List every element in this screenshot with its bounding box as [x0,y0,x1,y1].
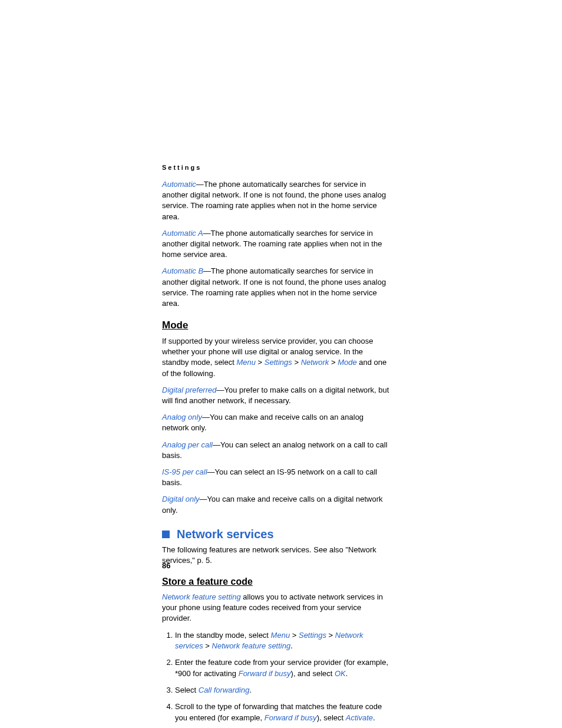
separator: > [292,358,301,367]
menu-link[interactable]: Menu [271,631,290,640]
settings-link[interactable]: Settings [299,631,326,640]
step-4: Scroll to the type of forwarding that ma… [175,701,391,724]
activate-link[interactable]: Activate [346,713,373,722]
text: . [346,669,348,678]
term-link[interactable]: Digital only [162,495,200,503]
paragraph-digital-only: Digital only—You can make and receive ca… [162,494,391,515]
separator: > [203,641,212,650]
square-bullet-icon [162,531,170,538]
term-link[interactable]: Automatic A [162,229,203,238]
text: . [249,686,252,694]
term-link[interactable]: IS-95 per call [162,467,207,476]
separator: > [290,631,299,640]
heading-mode: Mode [162,319,391,331]
ok-link[interactable]: OK [335,669,346,678]
heading-network-services: Network services [162,528,391,541]
paragraph-automatic-b: Automatic B—The phone automatically sear… [162,266,391,309]
paragraph-analog-only: Analog only—You can make and receive cal… [162,412,391,433]
document-page: Settings Automatic—The phone automatical… [0,0,562,728]
steps-list: In the standby mode, select Menu > Setti… [162,630,391,724]
separator: > [326,631,335,640]
network-link[interactable]: Network [301,358,329,367]
text: . [290,641,293,650]
mode-link[interactable]: Mode [338,358,357,367]
sfc-intro: Network feature setting allows you to ac… [162,592,391,624]
text: . [373,713,375,722]
heading-text: Network services [177,528,274,541]
text: In the standby mode, select [175,631,271,640]
text: ), and select [291,669,335,678]
forward-if-busy-link[interactable]: Forward if busy [265,713,317,722]
settings-link[interactable]: Settings [265,358,292,367]
forward-if-busy-link[interactable]: Forward if busy [239,669,291,678]
paragraph-digital-preferred: Digital preferred—You prefer to make cal… [162,385,391,406]
term-link[interactable]: Analog per call [162,440,213,449]
separator: > [329,358,338,367]
nfs-link[interactable]: Network feature setting [212,641,291,650]
paragraph-text: —The phone automatically searches for se… [162,180,386,221]
paragraph-automatic-a: Automatic A—The phone automatically sear… [162,228,391,261]
paragraph-analog-per-call: Analog per call—You can select an analog… [162,440,391,461]
step-3: Select Call forwarding. [175,685,391,696]
text: ), select [317,713,346,722]
mode-intro: If supported by your wireless service pr… [162,336,391,379]
text: Select [175,686,199,694]
term-link[interactable]: Digital preferred [162,386,217,394]
menu-link[interactable]: Menu [236,358,256,367]
call-forwarding-link[interactable]: Call forwarding [199,686,250,694]
step-2: Enter the feature code from your service… [175,657,391,680]
paragraph-is95: IS-95 per call—You can select an IS-95 n… [162,467,391,488]
term-link[interactable]: Analog only [162,413,202,421]
section-header: Settings [162,164,391,171]
page-number: 86 [162,561,170,570]
separator: > [256,358,265,367]
heading-store-feature-code: Store a feature code [162,577,391,587]
network-services-desc: The following features are network servi… [162,545,391,566]
term-link[interactable]: Automatic B [162,266,203,275]
paragraph-automatic: Automatic—The phone automatically search… [162,179,391,222]
term-link[interactable]: Automatic [162,180,196,189]
term-link[interactable]: Network feature setting [162,592,241,601]
step-1: In the standby mode, select Menu > Setti… [175,630,391,653]
